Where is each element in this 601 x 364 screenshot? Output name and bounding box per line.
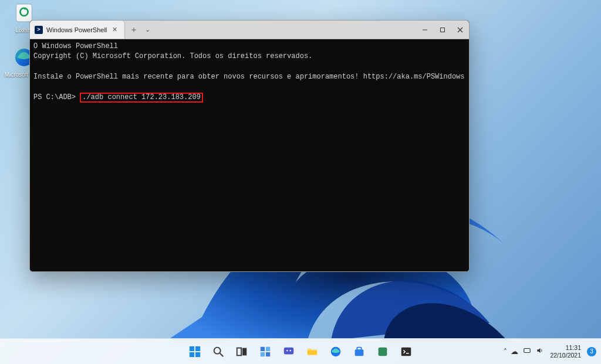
store-icon: [353, 345, 366, 358]
svg-rect-0: [16, 4, 32, 22]
svg-point-19: [286, 349, 288, 351]
svg-rect-9: [195, 352, 200, 356]
svg-rect-14: [261, 346, 265, 351]
tab-title: Windows PowerShell: [46, 26, 107, 33]
clock-date: 22/10/2021: [550, 352, 581, 359]
chat-icon: [282, 345, 295, 358]
close-button[interactable]: [451, 21, 469, 39]
start-button[interactable]: [185, 342, 205, 362]
svg-rect-25: [379, 347, 387, 356]
tray-overflow-button[interactable]: ˄: [504, 348, 507, 356]
widgets-icon: [259, 345, 272, 358]
maximize-icon: [440, 27, 445, 33]
generic-app-icon: [376, 345, 389, 358]
minimize-icon: [422, 27, 428, 33]
maximize-button[interactable]: [434, 21, 451, 39]
powershell-icon: [35, 26, 43, 34]
close-icon: [457, 27, 463, 33]
search-button[interactable]: [208, 342, 228, 362]
network-icon[interactable]: [523, 346, 531, 356]
file-explorer-button[interactable]: [302, 342, 322, 362]
edge-icon: [329, 345, 342, 358]
window-controls: [416, 21, 469, 39]
widgets-button[interactable]: [255, 342, 275, 362]
svg-rect-13: [242, 348, 247, 355]
terminal-icon: [400, 345, 413, 358]
task-view-button[interactable]: [232, 342, 252, 362]
system-tray: ˄ ☁ 11:31 22/10/2021 3: [504, 344, 601, 358]
task-view-icon: [235, 345, 248, 358]
terminal-command-highlight: ./adb connect 172.23.183.209: [80, 93, 203, 103]
svg-rect-21: [308, 351, 318, 355]
terminal-taskbar-button[interactable]: [396, 342, 416, 362]
new-tab-button[interactable]: ＋: [130, 25, 138, 35]
tab-dropdown-button[interactable]: ⌄: [145, 26, 150, 33]
terminal-prompt: PS C:\ADB>: [33, 93, 76, 101]
folder-icon: [306, 345, 319, 358]
svg-point-10: [214, 347, 221, 353]
svg-rect-16: [261, 352, 265, 356]
svg-point-20: [290, 349, 291, 351]
titlebar[interactable]: Windows PowerShell ✕ ＋ ⌄: [30, 21, 469, 39]
terminal-line: Copyright (C) Microsoft Corporation. Tod…: [33, 52, 312, 60]
svg-rect-26: [401, 347, 411, 356]
terminal-body[interactable]: O Windows PowerShell Copyright (C) Micro…: [30, 39, 469, 271]
chat-button[interactable]: [279, 342, 299, 362]
svg-rect-27: [524, 349, 531, 353]
taskbar-center: [185, 342, 416, 362]
svg-rect-17: [266, 352, 270, 356]
svg-rect-15: [266, 346, 270, 351]
volume-icon[interactable]: [536, 346, 544, 356]
svg-rect-12: [237, 348, 241, 355]
terminal-line: O Windows PowerShell: [33, 42, 118, 50]
tab-close-button[interactable]: ✕: [110, 26, 119, 34]
svg-rect-7: [195, 346, 200, 351]
svg-line-11: [220, 353, 224, 356]
svg-rect-8: [190, 352, 194, 356]
tab-strip-controls: ＋ ⌄: [125, 21, 155, 39]
app-button[interactable]: [373, 342, 393, 362]
terminal-line: Instale o PowerShell mais recente para o…: [33, 73, 465, 81]
tab-powershell[interactable]: Windows PowerShell ✕: [30, 21, 125, 39]
clock-time: 11:31: [550, 344, 581, 351]
powershell-window: Windows PowerShell ✕ ＋ ⌄ O Windows Power…: [29, 20, 470, 272]
edge-taskbar-button[interactable]: [326, 342, 346, 362]
notification-badge[interactable]: 3: [587, 347, 596, 356]
search-icon: [212, 345, 225, 358]
svg-rect-18: [284, 347, 294, 354]
minimize-button[interactable]: [416, 21, 434, 39]
svg-rect-24: [357, 347, 361, 350]
clock[interactable]: 11:31 22/10/2021: [548, 344, 583, 358]
taskbar: ˄ ☁ 11:31 22/10/2021 3: [0, 338, 601, 364]
store-button[interactable]: [349, 342, 369, 362]
onedrive-icon[interactable]: ☁: [511, 347, 518, 356]
notification-count: 3: [590, 348, 593, 355]
svg-rect-6: [190, 346, 194, 351]
svg-rect-3: [441, 28, 445, 32]
